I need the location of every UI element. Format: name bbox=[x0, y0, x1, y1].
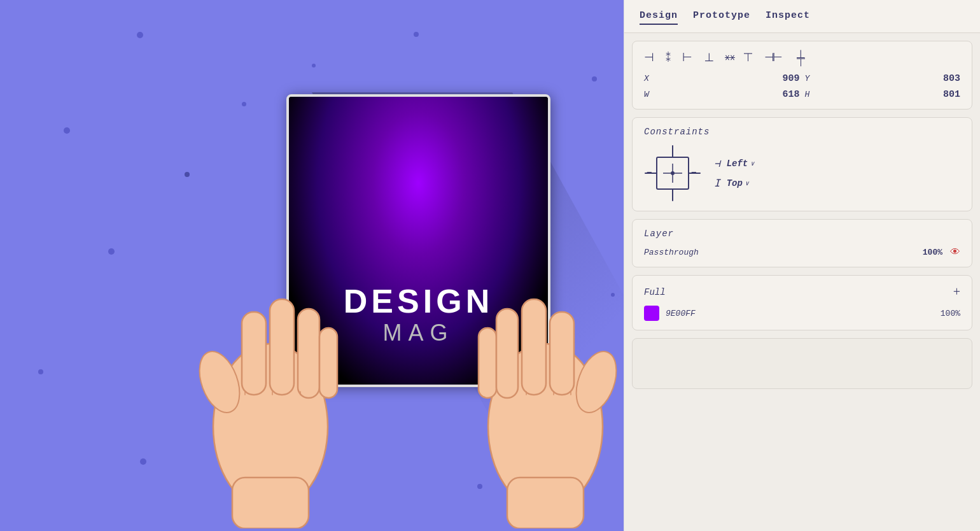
align-left-icon[interactable]: ⊣ bbox=[644, 50, 654, 64]
fill-header: Full + bbox=[644, 285, 960, 299]
background-dot bbox=[312, 64, 316, 67]
device-title-design: DESIGN bbox=[344, 283, 493, 320]
svg-rect-13 bbox=[496, 309, 518, 398]
fill-hex-value[interactable]: 9E00FF bbox=[666, 309, 934, 318]
constraint-top-arrow-icon: I bbox=[714, 177, 720, 189]
h-value[interactable]: 801 bbox=[885, 89, 960, 100]
y-value[interactable]: 803 bbox=[885, 73, 960, 84]
align-center-v-icon[interactable]: ⁑ bbox=[722, 55, 736, 60]
layer-title: Layer bbox=[644, 229, 960, 239]
tab-design[interactable]: Design bbox=[640, 10, 678, 25]
distribute-v-icon[interactable]: ⊣⊢ bbox=[794, 49, 808, 66]
constraints-title: Constraints bbox=[644, 127, 960, 137]
background-dot bbox=[137, 32, 143, 38]
y-label: Y bbox=[805, 74, 880, 83]
svg-rect-14 bbox=[522, 299, 546, 395]
fill-title: Full bbox=[644, 287, 666, 297]
canvas-area: DESIGN MAG bbox=[0, 0, 624, 531]
align-top-icon[interactable]: ⊣ bbox=[702, 52, 716, 62]
background-dot bbox=[414, 32, 419, 37]
svg-text:−: − bbox=[691, 167, 696, 177]
top-label: Top bbox=[727, 178, 743, 188]
svg-rect-2 bbox=[242, 312, 266, 395]
hand-right bbox=[472, 159, 619, 528]
background-dot bbox=[242, 102, 246, 106]
svg-text:−: − bbox=[647, 167, 652, 177]
constraint-left-arrow-icon: ⊣ bbox=[714, 157, 720, 169]
w-value[interactable]: 618 bbox=[724, 89, 799, 100]
constraints-section: Constraints − bbox=[632, 117, 972, 211]
svg-rect-16 bbox=[507, 478, 584, 528]
tabs-row: Design Prototype Inspect bbox=[624, 0, 980, 33]
align-bottom-icon[interactable]: ⊢ bbox=[741, 52, 755, 62]
background-dot bbox=[64, 127, 70, 134]
left-label: Left bbox=[727, 159, 748, 169]
svg-rect-6 bbox=[232, 478, 309, 528]
x-value[interactable]: 909 bbox=[724, 73, 799, 84]
h-label: H bbox=[805, 90, 880, 99]
layer-opacity[interactable]: 100% bbox=[923, 248, 942, 257]
add-fill-button[interactable]: + bbox=[953, 285, 960, 299]
background-dot bbox=[592, 76, 597, 81]
right-panel: Design Prototype Inspect ⊣ ⁑ ⊢ ⊣ ⁑ ⊢ ⊣⊢ … bbox=[624, 0, 980, 531]
left-dropdown[interactable]: Left ∨ bbox=[727, 159, 755, 169]
svg-rect-12 bbox=[479, 328, 496, 398]
blend-mode[interactable]: Passthrough bbox=[644, 248, 915, 257]
align-center-h-icon[interactable]: ⁑ bbox=[666, 52, 671, 64]
w-label: W bbox=[644, 90, 719, 99]
device-title-mag: MAG bbox=[382, 320, 454, 346]
background-dot bbox=[38, 369, 43, 374]
background-dot bbox=[185, 172, 190, 177]
top-chevron-icon: ∨ bbox=[745, 180, 749, 187]
alignment-row: ⊣ ⁑ ⊢ ⊣ ⁑ ⊢ ⊣⊢ ⊣⊢ bbox=[644, 50, 960, 64]
fill-opacity-value[interactable]: 100% bbox=[941, 309, 960, 318]
constraint-top: I Top ∨ bbox=[714, 177, 754, 189]
background-dot bbox=[108, 248, 115, 255]
top-dropdown[interactable]: Top ∨ bbox=[727, 178, 749, 188]
fill-row: 9E00FF 100% bbox=[644, 306, 960, 321]
svg-rect-15 bbox=[550, 312, 574, 395]
bottom-section bbox=[632, 338, 972, 389]
distribute-h-icon[interactable]: ⊣⊢ bbox=[764, 50, 781, 64]
align-right-icon[interactable]: ⊢ bbox=[682, 50, 692, 64]
svg-rect-4 bbox=[298, 309, 319, 398]
hand-left bbox=[197, 159, 344, 528]
tab-prototype[interactable]: Prototype bbox=[693, 10, 750, 25]
fill-color-swatch[interactable] bbox=[644, 306, 659, 321]
constraint-diagram: − − bbox=[644, 145, 701, 202]
x-label: X bbox=[644, 74, 719, 83]
tab-inspect[interactable]: Inspect bbox=[766, 10, 810, 25]
svg-rect-5 bbox=[319, 328, 337, 398]
layer-row: Passthrough 100% 👁 bbox=[644, 246, 960, 258]
left-chevron-icon: ∨ bbox=[750, 160, 754, 167]
props-grid: X 909 Y 803 W 618 H 801 bbox=[644, 73, 960, 100]
position-section: ⊣ ⁑ ⊢ ⊣ ⁑ ⊢ ⊣⊢ ⊣⊢ X 909 Y 803 W 618 H 80… bbox=[632, 41, 972, 110]
constraint-left: ⊣ Left ∨ bbox=[714, 157, 754, 169]
constraints-content: − − ⊣ Left ∨ I Top ∨ bbox=[644, 145, 960, 202]
eye-icon[interactable]: 👁 bbox=[950, 246, 960, 258]
fill-section: Full + 9E00FF 100% bbox=[632, 275, 972, 330]
svg-rect-3 bbox=[270, 299, 294, 395]
layer-section: Layer Passthrough 100% 👁 bbox=[632, 219, 972, 267]
svg-point-27 bbox=[671, 171, 675, 175]
background-dot bbox=[140, 458, 146, 465]
constraint-options: ⊣ Left ∨ I Top ∨ bbox=[714, 157, 754, 189]
